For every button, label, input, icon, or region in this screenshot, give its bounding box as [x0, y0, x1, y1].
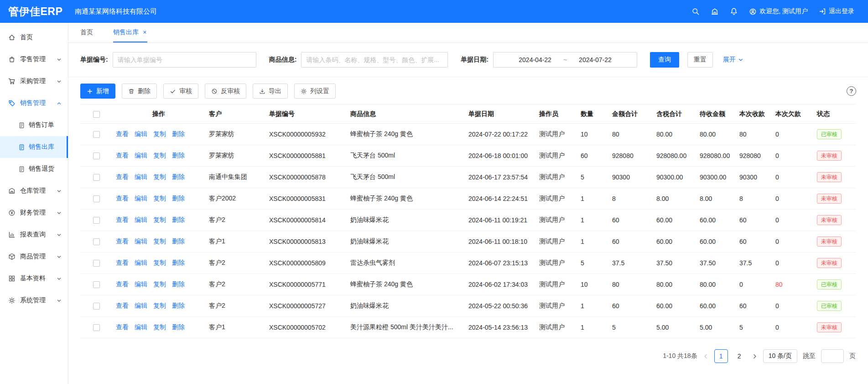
- row-checkbox[interactable]: [93, 303, 100, 310]
- cell-owed: 80: [772, 274, 813, 295]
- table-row: 查看编辑复制删除罗莱家纺XSCK00000005881飞天茅台 500ml202…: [80, 145, 856, 167]
- sidebar-item-retail[interactable]: 零售管理: [0, 48, 68, 70]
- sidebar-item-reports[interactable]: 报表查询: [0, 224, 68, 246]
- row-action-delete[interactable]: 删除: [172, 195, 185, 202]
- sidebar-item-purchase[interactable]: 采购管理: [0, 70, 68, 92]
- row-action-edit[interactable]: 编辑: [135, 152, 147, 159]
- select-all-checkbox[interactable]: [93, 111, 100, 118]
- sidebar-item-products[interactable]: 商品管理: [0, 246, 68, 268]
- row-checkbox[interactable]: [93, 153, 100, 159]
- sidebar-item-home[interactable]: 首页: [0, 26, 68, 48]
- column-settings-button[interactable]: 列设置: [294, 84, 336, 99]
- page-number[interactable]: 2: [733, 349, 746, 363]
- row-action-delete[interactable]: 删除: [172, 152, 185, 159]
- row-action-view[interactable]: 查看: [116, 323, 129, 331]
- reset-button[interactable]: 重置: [687, 52, 713, 68]
- sidebar-item-finance[interactable]: 财务管理: [0, 202, 68, 224]
- row-checkbox[interactable]: [93, 131, 100, 138]
- audit-button[interactable]: 审核: [163, 84, 198, 99]
- tab-sales-outbound[interactable]: 销售出库: [113, 23, 147, 42]
- row-action-copy[interactable]: 复制: [153, 280, 166, 288]
- row-action-edit[interactable]: 编辑: [135, 237, 147, 245]
- row-action-delete[interactable]: 删除: [172, 237, 185, 245]
- row-action-view[interactable]: 查看: [116, 173, 129, 180]
- row-checkbox[interactable]: [93, 281, 100, 288]
- status-badge: 已审核: [817, 129, 842, 139]
- help-icon[interactable]: ?: [847, 86, 856, 96]
- sidebar-subitem-label: 销售出库: [29, 143, 54, 151]
- row-action-copy[interactable]: 复制: [153, 195, 166, 202]
- bell-icon[interactable]: [730, 7, 738, 16]
- sidebar-subitem-sales-return[interactable]: 销售退货: [0, 158, 68, 180]
- prev-page-button[interactable]: [703, 353, 709, 359]
- sidebar-item-warehouse[interactable]: 仓库管理: [0, 180, 68, 202]
- row-action-edit[interactable]: 编辑: [135, 323, 147, 331]
- row-checkbox[interactable]: [93, 324, 100, 331]
- delete-button[interactable]: 删除: [122, 84, 157, 99]
- document-icon: [18, 122, 25, 129]
- sidebar-item-basedata[interactable]: 基本资料: [0, 268, 68, 289]
- row-action-delete[interactable]: 删除: [172, 216, 185, 223]
- add-button[interactable]: 新增: [80, 84, 115, 99]
- row-action-delete[interactable]: 删除: [172, 323, 185, 331]
- home-icon[interactable]: [711, 7, 719, 16]
- row-action-edit[interactable]: 编辑: [135, 173, 147, 180]
- sidebar-subitem-sales-order[interactable]: 销售订单: [0, 114, 68, 136]
- row-action-delete[interactable]: 删除: [172, 173, 185, 180]
- tab-home[interactable]: 首页: [80, 23, 93, 42]
- search-button[interactable]: 查询: [650, 52, 679, 68]
- row-action-copy[interactable]: 复制: [153, 130, 166, 137]
- row-action-copy[interactable]: 复制: [153, 152, 166, 159]
- row-action-view[interactable]: 查看: [116, 130, 129, 137]
- row-action-edit[interactable]: 编辑: [135, 280, 147, 288]
- expand-toggle[interactable]: 展开: [723, 56, 743, 64]
- cell-tax-total: 60.00: [653, 231, 696, 252]
- row-action-delete[interactable]: 删除: [172, 259, 185, 266]
- row-action-copy[interactable]: 复制: [153, 237, 166, 245]
- unaudit-button[interactable]: 反审核: [205, 84, 246, 99]
- welcome-user[interactable]: 欢迎您, 测试用户: [749, 7, 808, 16]
- row-action-view[interactable]: 查看: [116, 237, 129, 245]
- row-action-view[interactable]: 查看: [116, 259, 129, 266]
- cell-receivable: 60.00: [696, 231, 736, 252]
- row-checkbox[interactable]: [93, 238, 100, 245]
- row-action-edit[interactable]: 编辑: [135, 195, 147, 202]
- row-action-edit[interactable]: 编辑: [135, 130, 147, 137]
- row-action-copy[interactable]: 复制: [153, 216, 166, 223]
- sidebar-item-system[interactable]: 系统管理: [0, 289, 68, 311]
- row-action-view[interactable]: 查看: [116, 152, 129, 159]
- row-checkbox[interactable]: [93, 174, 100, 181]
- row-checkbox[interactable]: [93, 260, 100, 267]
- row-action-copy[interactable]: 复制: [153, 323, 166, 331]
- row-action-copy[interactable]: 复制: [153, 302, 166, 309]
- sidebar-subitem-sales-outbound[interactable]: 销售出库: [0, 136, 68, 158]
- logout-button[interactable]: 退出登录: [819, 7, 854, 16]
- product-input[interactable]: [301, 52, 448, 68]
- export-button[interactable]: 导出: [253, 84, 288, 99]
- row-action-view[interactable]: 查看: [116, 216, 129, 223]
- row-action-view[interactable]: 查看: [116, 280, 129, 288]
- row-action-delete[interactable]: 删除: [172, 280, 185, 288]
- next-page-button[interactable]: [752, 353, 758, 359]
- doc-no-input[interactable]: [113, 52, 256, 68]
- jump-page-input[interactable]: [821, 349, 844, 363]
- close-icon[interactable]: [142, 30, 147, 35]
- row-action-delete[interactable]: 删除: [172, 130, 185, 137]
- sidebar-item-label: 采购管理: [20, 77, 46, 85]
- page-suffix: 页: [849, 352, 856, 360]
- row-action-edit[interactable]: 编辑: [135, 259, 147, 266]
- date-range-picker[interactable]: 2024-04-22 ~ 2024-07-22: [493, 52, 637, 68]
- row-action-view[interactable]: 查看: [116, 302, 129, 309]
- row-action-copy[interactable]: 复制: [153, 259, 166, 266]
- row-action-copy[interactable]: 复制: [153, 173, 166, 180]
- row-action-delete[interactable]: 删除: [172, 302, 185, 309]
- row-checkbox[interactable]: [93, 217, 100, 224]
- row-action-view[interactable]: 查看: [116, 195, 129, 202]
- row-action-edit[interactable]: 编辑: [135, 302, 147, 309]
- page-number[interactable]: 1: [714, 349, 728, 363]
- sidebar-item-sales[interactable]: 销售管理: [0, 92, 68, 114]
- row-action-edit[interactable]: 编辑: [135, 216, 147, 223]
- page-size-select[interactable]: 10 条/页: [763, 349, 797, 363]
- search-icon[interactable]: [691, 7, 700, 16]
- row-checkbox[interactable]: [93, 195, 100, 202]
